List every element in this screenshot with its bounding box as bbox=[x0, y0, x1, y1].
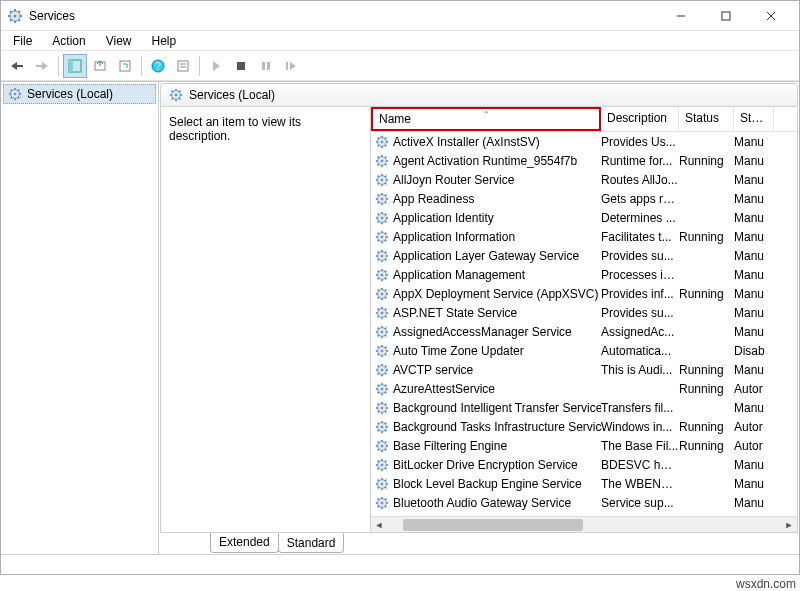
gear-icon bbox=[375, 306, 389, 320]
service-name-cell: Application Layer Gateway Service bbox=[371, 249, 601, 263]
svg-rect-17 bbox=[69, 60, 73, 72]
column-name[interactable]: Name ⌃ bbox=[371, 107, 601, 131]
service-name: ActiveX Installer (AxInstSV) bbox=[393, 135, 540, 149]
service-row[interactable]: Application IdentityDetermines ...Manu bbox=[371, 208, 797, 227]
stop-button[interactable] bbox=[229, 54, 253, 78]
close-button[interactable] bbox=[748, 2, 793, 30]
service-name-cell: Background Intelligent Transfer Service bbox=[371, 401, 601, 415]
service-startup: Manu bbox=[734, 192, 774, 206]
nav-back-button[interactable] bbox=[5, 54, 29, 78]
show-tree-button[interactable] bbox=[63, 54, 87, 78]
service-startup: Manu bbox=[734, 135, 774, 149]
service-desc: Provides inf... bbox=[601, 287, 679, 301]
pause-button[interactable] bbox=[254, 54, 278, 78]
nav-forward-button[interactable] bbox=[30, 54, 54, 78]
service-row[interactable]: Agent Activation Runtime_9554f7bRuntime … bbox=[371, 151, 797, 170]
service-name-cell: BitLocker Drive Encryption Service bbox=[371, 458, 601, 472]
service-name-cell: ASP.NET State Service bbox=[371, 306, 601, 320]
service-startup: Manu bbox=[734, 154, 774, 168]
service-row[interactable]: Base Filtering EngineThe Base Fil...Runn… bbox=[371, 436, 797, 455]
scroll-thumb[interactable] bbox=[403, 519, 583, 531]
service-list: Name ⌃ Description Status Startu ActiveX… bbox=[371, 107, 797, 532]
window: Services File Action View Help ? bbox=[0, 0, 800, 575]
svg-rect-28 bbox=[286, 62, 288, 70]
svg-rect-11 bbox=[722, 12, 730, 20]
service-status: Running bbox=[679, 287, 734, 301]
service-row[interactable]: Auto Time Zone UpdaterAutomatica...Disab bbox=[371, 341, 797, 360]
list-body[interactable]: ActiveX Installer (AxInstSV)Provides Us.… bbox=[371, 132, 797, 516]
service-row[interactable]: Application InformationFacilitates t...R… bbox=[371, 227, 797, 246]
service-name: Application Management bbox=[393, 268, 525, 282]
menu-file[interactable]: File bbox=[5, 32, 40, 50]
service-name-cell: App Readiness bbox=[371, 192, 601, 206]
watermark: wsxdn.com bbox=[736, 577, 796, 591]
service-row[interactable]: ActiveX Installer (AxInstSV)Provides Us.… bbox=[371, 132, 797, 151]
column-description[interactable]: Description bbox=[601, 107, 679, 131]
svg-rect-25 bbox=[237, 62, 245, 70]
tab-extended[interactable]: Extended bbox=[210, 533, 279, 553]
column-startup[interactable]: Startu bbox=[734, 107, 774, 131]
description-pane: Select an item to view its description. bbox=[161, 107, 371, 532]
scroll-left-icon[interactable]: ◄ bbox=[371, 517, 387, 533]
service-row[interactable]: Background Tasks Infrastructure ServiceW… bbox=[371, 417, 797, 436]
service-row[interactable]: Application Layer Gateway ServiceProvide… bbox=[371, 246, 797, 265]
service-name: App Readiness bbox=[393, 192, 474, 206]
gear-icon bbox=[375, 382, 389, 396]
service-row[interactable]: AzureAttestServiceRunningAutor bbox=[371, 379, 797, 398]
service-desc: Runtime for... bbox=[601, 154, 679, 168]
statusbar bbox=[1, 554, 799, 574]
column-status[interactable]: Status bbox=[679, 107, 734, 131]
gear-icon bbox=[375, 401, 389, 415]
export-button[interactable] bbox=[88, 54, 112, 78]
scroll-right-icon[interactable]: ► bbox=[781, 517, 797, 533]
app-icon bbox=[7, 8, 23, 24]
service-status: Running bbox=[679, 420, 734, 434]
gear-icon bbox=[375, 458, 389, 472]
help-button[interactable]: ? bbox=[146, 54, 170, 78]
service-row[interactable]: BitLocker Drive Encryption ServiceBDESVC… bbox=[371, 455, 797, 474]
menu-action[interactable]: Action bbox=[44, 32, 93, 50]
service-row[interactable]: Bluetooth Audio Gateway ServiceService s… bbox=[371, 493, 797, 512]
service-status: Running bbox=[679, 382, 734, 396]
gear-icon bbox=[375, 420, 389, 434]
gear-icon bbox=[375, 439, 389, 453]
svg-rect-15 bbox=[36, 65, 43, 67]
service-row[interactable]: ASP.NET State ServiceProvides su...Manu bbox=[371, 303, 797, 322]
minimize-button[interactable] bbox=[658, 2, 703, 30]
service-name: Background Intelligent Transfer Service bbox=[393, 401, 601, 415]
gear-icon bbox=[375, 363, 389, 377]
start-button[interactable] bbox=[204, 54, 228, 78]
service-row[interactable]: AVCTP serviceThis is Audi...RunningManu bbox=[371, 360, 797, 379]
gear-icon bbox=[375, 344, 389, 358]
menu-help[interactable]: Help bbox=[144, 32, 185, 50]
tab-standard[interactable]: Standard bbox=[278, 533, 345, 553]
service-row[interactable]: AssignedAccessManager ServiceAssignedAc.… bbox=[371, 322, 797, 341]
svg-rect-27 bbox=[267, 62, 270, 70]
service-row[interactable]: Block Level Backup Engine ServiceThe WBE… bbox=[371, 474, 797, 493]
service-startup: Manu bbox=[734, 249, 774, 263]
refresh-button[interactable] bbox=[113, 54, 137, 78]
properties-button[interactable] bbox=[171, 54, 195, 78]
service-desc: The WBENG... bbox=[601, 477, 679, 491]
gear-icon bbox=[375, 268, 389, 282]
service-row[interactable]: Application ManagementProcesses in...Man… bbox=[371, 265, 797, 284]
service-desc: Routes AllJo... bbox=[601, 173, 679, 187]
svg-rect-26 bbox=[262, 62, 265, 70]
service-startup: Manu bbox=[734, 287, 774, 301]
tree-root-label: Services (Local) bbox=[27, 87, 113, 101]
service-row[interactable]: AppX Deployment Service (AppXSVC)Provide… bbox=[371, 284, 797, 303]
gear-icon bbox=[375, 325, 389, 339]
tree-root-services[interactable]: Services (Local) bbox=[3, 84, 156, 104]
horizontal-scrollbar[interactable]: ◄ ► bbox=[371, 516, 797, 532]
service-desc: The Base Fil... bbox=[601, 439, 679, 453]
service-row[interactable]: App ReadinessGets apps re...Manu bbox=[371, 189, 797, 208]
restart-button[interactable] bbox=[279, 54, 303, 78]
service-startup: Manu bbox=[734, 325, 774, 339]
service-row[interactable]: AllJoyn Router ServiceRoutes AllJo...Man… bbox=[371, 170, 797, 189]
service-row[interactable]: Background Intelligent Transfer ServiceT… bbox=[371, 398, 797, 417]
service-name-cell: Application Management bbox=[371, 268, 601, 282]
maximize-button[interactable] bbox=[703, 2, 748, 30]
menu-view[interactable]: View bbox=[98, 32, 140, 50]
panel-heading: Services (Local) bbox=[160, 83, 798, 107]
gear-icon bbox=[8, 87, 22, 101]
